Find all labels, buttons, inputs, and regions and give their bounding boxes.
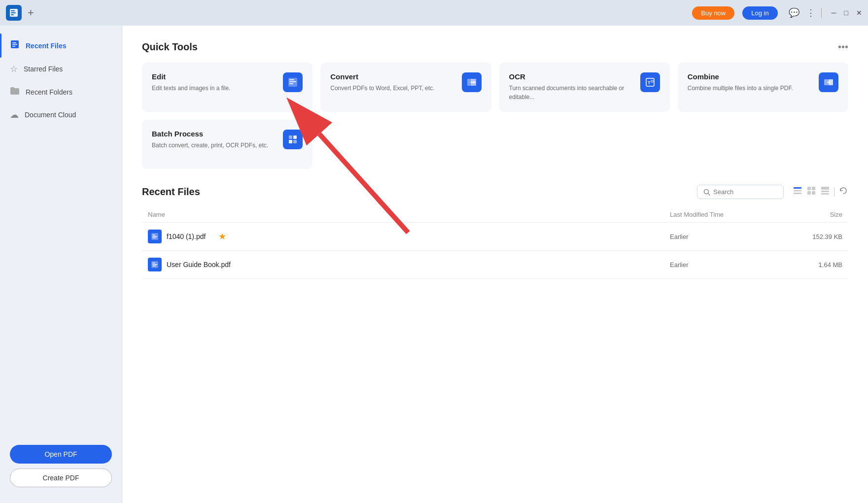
tool-combine-desc: Combine multiple files into a single PDF… xyxy=(688,84,793,93)
tool-ocr-icon: T xyxy=(640,72,660,92)
tool-edit-desc: Edit texts and images in a file. xyxy=(152,84,230,93)
search-box[interactable] xyxy=(697,185,784,199)
file-name-cell: User Guide Book.pdf xyxy=(148,258,670,271)
recent-files-title: Recent Files xyxy=(142,186,200,198)
tool-card-combine[interactable]: Combine Combine multiple files into a si… xyxy=(678,63,848,112)
svg-rect-22 xyxy=(289,140,292,143)
separator xyxy=(821,8,822,18)
svg-rect-43 xyxy=(152,263,155,264)
list-view-icon[interactable] xyxy=(793,186,802,198)
sidebar-item-recent-files[interactable]: Recent Files xyxy=(0,34,122,58)
svg-rect-39 xyxy=(152,235,155,235)
file-name: User Guide Book.pdf xyxy=(167,261,231,268)
maximize-button[interactable]: □ xyxy=(844,9,848,17)
cloud-icon: ☁ xyxy=(10,109,19,120)
tool-combine-icon xyxy=(819,72,838,92)
tool-edit-title: Edit xyxy=(152,72,230,81)
quick-tools-header: Quick Tools ••• xyxy=(142,41,848,53)
search-icon xyxy=(703,189,710,196)
column-name: Name xyxy=(148,211,670,218)
table-row[interactable]: f1040 (1).pdf ★ Earlier 152.39 KB xyxy=(142,223,848,251)
file-name: f1040 (1).pdf xyxy=(167,233,206,240)
tool-card-convert[interactable]: Convert Convert PDFs to Word, Excel, PPT… xyxy=(320,63,491,112)
new-tab-button[interactable]: + xyxy=(28,6,34,19)
sidebar-item-label: Recent Folders xyxy=(26,88,72,96)
sidebar-item-recent-folders[interactable]: Recent Folders xyxy=(0,80,122,103)
svg-rect-36 xyxy=(821,191,829,192)
svg-rect-44 xyxy=(152,264,157,265)
star-filled-icon[interactable]: ★ xyxy=(218,231,226,242)
table-view-icon[interactable] xyxy=(820,186,830,198)
svg-rect-31 xyxy=(807,187,811,190)
tool-card-batch[interactable]: Batch Process Batch convert, create, pri… xyxy=(142,120,312,169)
svg-rect-8 xyxy=(288,78,297,87)
tool-ocr-title: OCR xyxy=(509,72,634,81)
svg-rect-40 xyxy=(152,236,157,237)
svg-rect-20 xyxy=(289,135,292,139)
recent-files-icon xyxy=(10,39,20,52)
tool-convert-icon xyxy=(462,72,482,92)
more-options-icon[interactable]: ⋮ xyxy=(806,7,815,18)
svg-rect-11 xyxy=(289,83,293,84)
svg-line-27 xyxy=(708,193,710,195)
buy-now-button[interactable]: Buy now xyxy=(692,6,734,20)
sidebar-item-document-cloud[interactable]: ☁ Document Cloud xyxy=(0,103,122,126)
quick-tools-more-icon[interactable]: ••• xyxy=(838,41,848,53)
tools-grid: Edit Edit texts and images in a file. Co… xyxy=(142,63,848,169)
log-in-button[interactable]: Log in xyxy=(742,6,777,20)
files-table-header: Name Last Modified Time Size xyxy=(142,207,848,223)
sidebar: Recent Files ☆ Starred Files Recent Fold… xyxy=(0,26,122,503)
svg-rect-41 xyxy=(152,237,156,238)
tool-card-ocr[interactable]: OCR Turn scanned documents into searchab… xyxy=(499,63,670,112)
tool-batch-desc: Batch convert, create, print, OCR PDFs, … xyxy=(152,141,268,150)
svg-rect-17 xyxy=(651,80,653,82)
open-pdf-button[interactable]: Open PDF xyxy=(10,445,112,464)
svg-rect-35 xyxy=(821,187,829,190)
svg-rect-7 xyxy=(12,46,15,47)
sidebar-item-label: Starred Files xyxy=(24,65,63,73)
svg-rect-37 xyxy=(821,193,829,195)
table-row[interactable]: User Guide Book.pdf Earlier 1.64 MB xyxy=(142,251,848,279)
file-size: 152.39 KB xyxy=(778,233,842,240)
svg-rect-6 xyxy=(12,44,17,45)
quick-tools-title: Quick Tools xyxy=(142,41,198,53)
refresh-icon[interactable] xyxy=(838,186,848,198)
search-input[interactable] xyxy=(713,188,777,196)
svg-rect-34 xyxy=(812,191,815,195)
chat-icon[interactable]: 💬 xyxy=(789,7,799,18)
file-icon xyxy=(148,230,162,243)
content-area: Quick Tools ••• Edit Edit texts and imag… xyxy=(122,26,868,503)
tool-combine-title: Combine xyxy=(688,72,793,81)
grid-view-icon[interactable] xyxy=(806,186,816,198)
recent-files-header: Recent Files xyxy=(142,185,848,199)
view-controls xyxy=(793,186,848,198)
file-size: 1.64 MB xyxy=(778,261,842,268)
tool-batch-icon xyxy=(283,130,303,149)
svg-rect-5 xyxy=(12,42,16,43)
minimize-button[interactable]: ─ xyxy=(832,9,836,17)
svg-rect-32 xyxy=(812,187,815,190)
file-modified: Earlier xyxy=(670,261,778,268)
app-logo xyxy=(6,5,22,21)
sidebar-item-label: Document Cloud xyxy=(25,111,76,119)
svg-rect-28 xyxy=(794,187,801,189)
tool-convert-title: Convert xyxy=(330,72,434,81)
svg-rect-29 xyxy=(794,190,801,192)
svg-rect-23 xyxy=(293,140,297,143)
create-pdf-button[interactable]: Create PDF xyxy=(10,469,112,487)
close-button[interactable]: ✕ xyxy=(856,9,862,17)
file-modified: Earlier xyxy=(670,233,778,240)
tool-card-edit[interactable]: Edit Edit texts and images in a file. xyxy=(142,63,312,112)
recent-files-controls xyxy=(697,185,848,199)
sidebar-item-starred-files[interactable]: ☆ Starred Files xyxy=(0,58,122,80)
folder-icon xyxy=(10,86,20,98)
tool-batch-title: Batch Process xyxy=(152,130,268,138)
tool-ocr-desc: Turn scanned documents into searchable o… xyxy=(509,84,634,101)
svg-rect-2 xyxy=(11,12,16,13)
svg-rect-10 xyxy=(289,81,296,82)
file-name-cell: f1040 (1).pdf ★ xyxy=(148,230,670,243)
column-modified: Last Modified Time xyxy=(670,211,778,218)
svg-text:T: T xyxy=(648,80,651,85)
svg-rect-9 xyxy=(289,79,294,80)
svg-rect-45 xyxy=(152,266,156,267)
